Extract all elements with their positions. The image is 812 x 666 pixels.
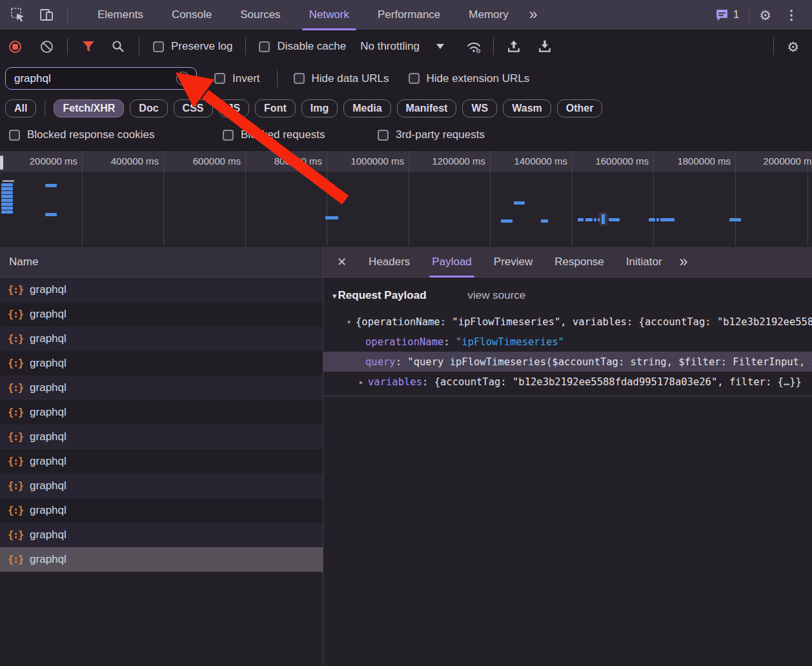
waterfall-bar (1, 191, 13, 194)
tab-initiator[interactable]: Initiator (615, 247, 673, 278)
waterfall-gray-bar (3, 180, 14, 182)
close-details-icon[interactable]: ✕ (323, 255, 358, 269)
blocked-cookies-checkbox[interactable] (9, 130, 20, 141)
more-details-tabs-icon[interactable]: » (673, 247, 695, 276)
tab-memory[interactable]: Memory (454, 0, 522, 30)
import-har-icon[interactable] (507, 39, 521, 54)
tab-network[interactable]: Network (295, 0, 363, 30)
chip-font[interactable]: Font (255, 99, 296, 117)
toggle-device-toolbar-icon[interactable] (39, 7, 54, 23)
waterfall-bar (649, 218, 655, 221)
request-row[interactable]: {:}graphql (0, 400, 323, 425)
chip-doc[interactable]: Doc (130, 99, 167, 117)
request-row[interactable]: {:}graphql (0, 302, 323, 327)
waterfall-bar (501, 219, 513, 223)
chip-fetch-xhr[interactable]: Fetch/XHR (54, 99, 124, 117)
throttling-dropdown[interactable]: No throttling (360, 40, 444, 53)
request-name: graphql (30, 283, 66, 296)
issues-counter[interactable]: 1 (715, 8, 739, 22)
request-row[interactable]: {:}graphql (0, 278, 323, 302)
network-conditions-icon[interactable]: ⚙ (465, 39, 483, 54)
request-row[interactable]: {:}graphql (0, 425, 323, 449)
tab-elements[interactable]: Elements (83, 0, 157, 30)
disable-cache-toggle[interactable]: Disable cache (259, 40, 346, 53)
hide-extension-urls-checkbox[interactable] (409, 73, 420, 84)
chip-wasm[interactable]: Wasm (503, 99, 551, 117)
payload-root-row[interactable]: ▾ {operationName: "ipFlowTimeseries", va… (323, 312, 812, 332)
request-row[interactable]: {:}graphql (0, 449, 323, 474)
more-panels-icon[interactable]: » (523, 0, 544, 30)
clear-filter-icon[interactable]: ✕ (176, 72, 190, 85)
request-payload-section-header[interactable]: ▾ Request Payload view source (332, 289, 812, 302)
request-row[interactable]: {:}graphql (0, 474, 323, 498)
chip-ws[interactable]: WS (462, 99, 497, 117)
menu-kebab-icon[interactable]: ⋮ (781, 7, 802, 23)
record-network-log-button[interactable] (9, 41, 21, 53)
blocked-requests-toggle[interactable]: Blocked requests (223, 128, 325, 141)
request-name: graphql (30, 332, 66, 345)
search-icon[interactable] (112, 40, 125, 53)
request-row[interactable]: {:}graphql (0, 351, 323, 376)
clear-network-log-button[interactable] (41, 41, 53, 53)
blocked-cookies-toggle[interactable]: Blocked response cookies (9, 128, 155, 141)
tree-collapsed-icon[interactable]: ▸ (359, 378, 368, 387)
chip-all[interactable]: All (5, 99, 36, 117)
payload-entry-row[interactable]: ▸ variables: {accountTag: "b12e3b2192ee5… (323, 372, 812, 392)
pane-splitter[interactable] (323, 246, 323, 666)
third-party-toggle[interactable]: 3rd-party requests (378, 128, 485, 141)
disable-cache-label: Disable cache (277, 40, 346, 53)
timeline-tick: 1000000 ms (350, 156, 404, 166)
timeline-waterfall[interactable] (0, 172, 812, 246)
invert-checkbox[interactable] (214, 73, 225, 84)
request-name: graphql (30, 406, 66, 419)
hide-data-urls-toggle[interactable]: Hide data URLs (294, 72, 389, 85)
request-row[interactable]: {:}graphql (0, 327, 323, 351)
chip-js[interactable]: JS (219, 99, 250, 117)
chip-manifest[interactable]: Manifest (397, 99, 457, 117)
payload-entry-row[interactable]: operationName: "ipFlowTimeseries" (323, 332, 812, 352)
blocked-requests-checkbox[interactable] (223, 130, 234, 141)
disable-cache-checkbox[interactable] (259, 41, 270, 52)
timeline-tick: 400000 ms (111, 156, 159, 166)
preserve-log-toggle[interactable]: Preserve log (153, 40, 232, 53)
chip-other[interactable]: Other (557, 99, 603, 117)
settings-gear-icon[interactable]: ⚙ (759, 8, 771, 22)
request-row[interactable]: {:}graphql (0, 523, 323, 547)
hide-data-urls-checkbox[interactable] (294, 73, 305, 84)
tab-headers[interactable]: Headers (358, 247, 421, 278)
filter-text-input[interactable]: graphql ✕ (5, 67, 197, 90)
payload-entry-row-highlighted[interactable]: query: "query ipFlowTimeseries($accountT… (323, 352, 812, 372)
preserve-log-checkbox[interactable] (153, 41, 164, 52)
tree-expand-icon[interactable]: ▾ (347, 318, 356, 327)
inspect-element-icon[interactable] (10, 7, 26, 23)
tab-response[interactable]: Response (543, 247, 615, 278)
payload-divider (323, 396, 812, 396)
chip-img[interactable]: Img (301, 99, 338, 117)
export-har-icon[interactable] (538, 39, 552, 54)
tab-sources[interactable]: Sources (226, 0, 294, 30)
timeline-ruler[interactable]: 200000 ms 400000 ms 600000 ms 800000 ms … (0, 150, 812, 172)
filter-funnel-icon[interactable] (82, 41, 95, 52)
name-column-header[interactable]: Name (0, 247, 323, 278)
waterfall-bar (325, 216, 338, 219)
throttling-value: No throttling (360, 40, 420, 53)
waterfall-bar (1, 183, 13, 187)
tab-performance[interactable]: Performance (363, 0, 454, 30)
tab-payload[interactable]: Payload (421, 247, 482, 278)
tab-console[interactable]: Console (157, 0, 226, 30)
request-row-selected[interactable]: {:}graphql (0, 547, 323, 572)
chip-media[interactable]: Media (343, 99, 391, 117)
invert-toggle[interactable]: Invert (214, 72, 260, 85)
waterfall-bar (609, 218, 620, 221)
network-toolbar: Preserve log Disable cache No throttling… (0, 30, 812, 63)
hide-extension-urls-toggle[interactable]: Hide extension URLs (409, 72, 530, 85)
request-row[interactable]: {:}graphql (0, 376, 323, 400)
request-row[interactable]: {:}graphql (0, 498, 323, 523)
third-party-checkbox[interactable] (378, 130, 389, 141)
ruler-scroll-nub (0, 156, 3, 170)
chip-css[interactable]: CSS (174, 99, 213, 117)
network-settings-gear-icon[interactable]: ⚙ (787, 40, 799, 54)
view-source-link[interactable]: view source (468, 289, 526, 302)
tab-preview[interactable]: Preview (483, 247, 543, 278)
fetch-xhr-icon: {:} (8, 554, 23, 565)
